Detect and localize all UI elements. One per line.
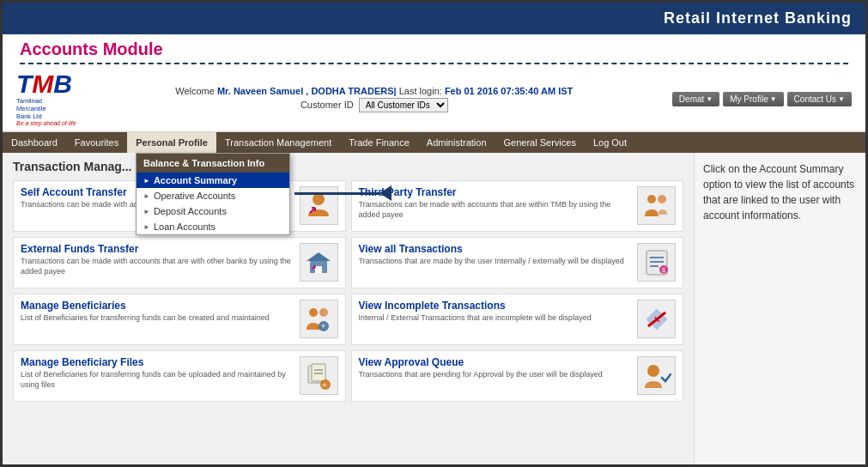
svg-rect-5 [315,266,322,273]
app-header: Retail Internet Banking [3,3,865,34]
module-desc-external-funds: Transactions can be made with accounts t… [21,257,293,276]
dropdown-item-operative-accounts[interactable]: Operative Accounts [137,188,289,203]
module-desc-incomplete-transactions: Internal / External Transactions that ar… [359,313,631,324]
header-title: Retail Internet Banking [664,9,852,27]
bank-info: Welcome Mr. Naveen Samuel , DODHA TRADER… [175,86,573,112]
bank-tagline: Be a step ahead of life [16,120,76,126]
module-grid: Self Account Transfer Transactions can b… [13,180,683,402]
myprofile-button[interactable]: My Profile [723,92,783,106]
svg-text:$: $ [662,267,665,273]
nav-general-services[interactable]: General Services [495,132,585,153]
logo-t: T [16,70,32,98]
module-card-manage-beneficiaries: Manage Beneficiaries List of Beneficiari… [13,294,346,345]
svg-point-2 [658,195,666,203]
module-card-third-party: Third Party Transfer Transactions can be… [351,180,684,232]
customer-id-label: Customer ID [300,100,354,110]
svg-text:+: + [321,322,325,331]
module-icon-approval-queue [637,356,676,395]
user-name: Mr. Naveen Samuel , DODHA TRADERS| [217,86,397,96]
logo-m: M [32,70,53,98]
dropdown-container: Balance & Transaction Info Account Summa… [136,153,290,235]
dropdown-menu: Balance & Transaction Info Account Summa… [136,153,290,235]
svg-text:✕: ✕ [653,315,660,324]
module-title-third-party: Third Party Transfer [359,186,631,198]
arrow-head [379,185,392,201]
page-title: Accounts Module [20,39,848,59]
main-content: Transaction Manag... Balance & Transacti… [3,153,694,467]
screen: Retail Internet Banking Accounts Module … [0,0,868,467]
nav-favourites[interactable]: Favourites [66,132,127,153]
dropdown-item-deposit-accounts[interactable]: Deposit Accounts [137,203,289,219]
module-desc-approval-queue: Transactions that are pending for Approv… [359,370,631,380]
bank-actions: Demat My Profile Contact Us [672,92,852,106]
beneficiary-files-icon: + [303,361,334,391]
svg-text:+: + [322,380,327,390]
svg-point-1 [647,195,656,203]
incomplete-transactions-icon: ✕ [641,304,672,335]
welcome-text: Welcome Mr. Naveen Samuel , DODHA TRADER… [175,86,573,96]
svg-point-24 [647,365,659,377]
module-card-beneficiary-files: Manage Beneficiary Files List of Benefic… [13,350,346,402]
module-desc-third-party: Transactions can be made with accounts t… [359,200,631,220]
external-funds-icon [303,247,334,278]
content-area: Transaction Manag... Balance & Transacti… [3,153,865,467]
side-note-text: Click on the Account Summary option to v… [703,163,854,221]
dropdown-item-account-summary[interactable]: Account Summary [137,173,289,188]
arrow-container [294,185,392,201]
module-title-view-transactions: View all Transactions [359,243,631,255]
module-card-view-transactions: View all Transactions Transactions that … [351,237,684,288]
logo-b: B [53,70,72,98]
demat-button[interactable]: Demat [672,92,719,106]
manage-beneficiaries-icon: + [303,304,334,335]
third-party-icon [641,191,672,221]
bank-name: TamilnadMercantileBank Ltd [16,97,46,120]
module-icon-beneficiary-files: + [300,356,338,395]
module-desc-manage-beneficiaries: List of Beneficiaries for transferring f… [21,313,293,324]
module-card-approval-queue: View Approval Queue Transactions that ar… [351,350,684,402]
svg-point-13 [319,308,328,317]
customer-id-select[interactable]: All Customer IDs [359,98,448,112]
module-icon-view-transactions: $ [637,243,676,282]
svg-point-12 [309,308,318,317]
bank-header: TMB TamilnadMercantileBank Ltd Be a step… [3,66,865,132]
dropdown-header: Balance & Transaction Info [137,154,289,173]
bank-logo: TMB TamilnadMercantileBank Ltd Be a step… [16,71,76,126]
divider [20,63,848,64]
module-icon-incomplete-transactions: ✕ [637,300,676,338]
module-desc-beneficiary-files: List of Beneficiaries for transferring f… [21,370,293,390]
svg-marker-4 [307,252,331,261]
module-card-incomplete-transactions: View Incomplete Transactions Internal / … [351,294,684,345]
contactus-button[interactable]: Contact Us [787,92,852,106]
module-icon-external-funds [300,243,338,282]
page-title-area: Accounts Module [3,34,865,66]
nav-administration[interactable]: Administration [418,132,495,153]
nav-bar: Dashboard Favourites Personal Profile Tr… [3,132,865,153]
last-login: Feb 01 2016 07:35:40 AM IST [445,86,573,96]
nav-trade-finance[interactable]: Trade Finance [340,132,418,153]
module-title-manage-beneficiaries: Manage Beneficiaries [21,300,293,312]
module-title-beneficiary-files: Manage Beneficiary Files [21,356,293,368]
module-title-approval-queue: View Approval Queue [359,356,631,368]
arrow-line [294,192,380,195]
module-icon-third-party [637,186,676,225]
view-transactions-icon: $ [641,247,672,278]
section-title: Transaction Manag... [13,160,683,173]
nav-dashboard[interactable]: Dashboard [3,132,66,153]
approval-queue-icon [641,361,672,391]
module-title-incomplete-transactions: View Incomplete Transactions [359,300,631,312]
side-note: Click on the Account Summary option to v… [694,153,865,467]
nav-transaction-management[interactable]: Transaction Management [216,132,340,153]
module-title-external-funds: External Funds Transfer [21,243,293,255]
module-icon-manage-beneficiaries: + [300,300,338,338]
nav-logout[interactable]: Log Out [585,132,635,153]
customer-row: Customer ID All Customer IDs [175,98,573,112]
module-desc-view-transactions: Transactions that are made by the user I… [359,257,631,267]
dropdown-item-loan-accounts[interactable]: Loan Accounts [137,219,289,234]
svg-rect-19 [312,364,325,381]
nav-personal-profile[interactable]: Personal Profile [127,132,216,153]
module-card-external-funds: External Funds Transfer Transactions can… [13,237,346,288]
